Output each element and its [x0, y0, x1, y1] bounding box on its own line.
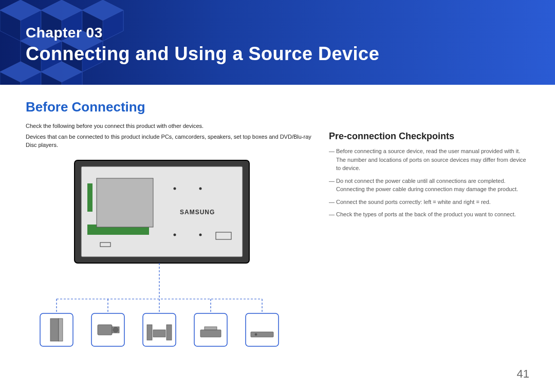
monitor-brand-label: SAMSUNG: [180, 209, 215, 216]
svg-rect-52: [200, 330, 221, 337]
svg-point-55: [255, 333, 257, 335]
svg-point-27: [199, 188, 202, 190]
svg-rect-49: [147, 325, 152, 340]
section-heading: Before Connecting: [26, 99, 313, 115]
svg-point-28: [174, 234, 176, 236]
checkpoint-item: Do not connect the power cable until all…: [329, 177, 529, 194]
chapter-number: Chapter 03: [26, 25, 379, 41]
svg-rect-43: [246, 313, 279, 346]
svg-rect-23: [87, 183, 92, 212]
chapter-banner: Chapter 03 Connecting and Using a Source…: [0, 0, 555, 85]
svg-point-29: [199, 234, 202, 236]
intro-line-1: Check the following before you connect t…: [26, 122, 313, 130]
chapter-title: Connecting and Using a Source Device: [26, 43, 379, 65]
connection-diagram: SAMSUNG: [26, 155, 313, 371]
svg-rect-44: [50, 319, 59, 341]
svg-rect-54: [251, 332, 273, 337]
checkpoint-item: Check the types of ports at the back of …: [329, 210, 529, 219]
svg-point-26: [174, 188, 176, 190]
svg-point-48: [113, 327, 118, 332]
page-number: 41: [517, 367, 529, 381]
svg-rect-53: [205, 327, 217, 330]
svg-rect-51: [153, 330, 165, 337]
svg-rect-50: [166, 325, 172, 340]
intro-line-2: Devices that can be connected to this pr…: [26, 133, 313, 149]
svg-rect-46: [98, 325, 112, 335]
checkpoints-heading: Pre-connection Checkpoints: [329, 131, 529, 142]
svg-rect-25: [97, 178, 153, 227]
svg-rect-45: [59, 319, 63, 341]
checkpoint-item: Before connecting a source device, read …: [329, 147, 529, 173]
checkpoint-item: Connect the sound ports correctly: left …: [329, 198, 529, 207]
